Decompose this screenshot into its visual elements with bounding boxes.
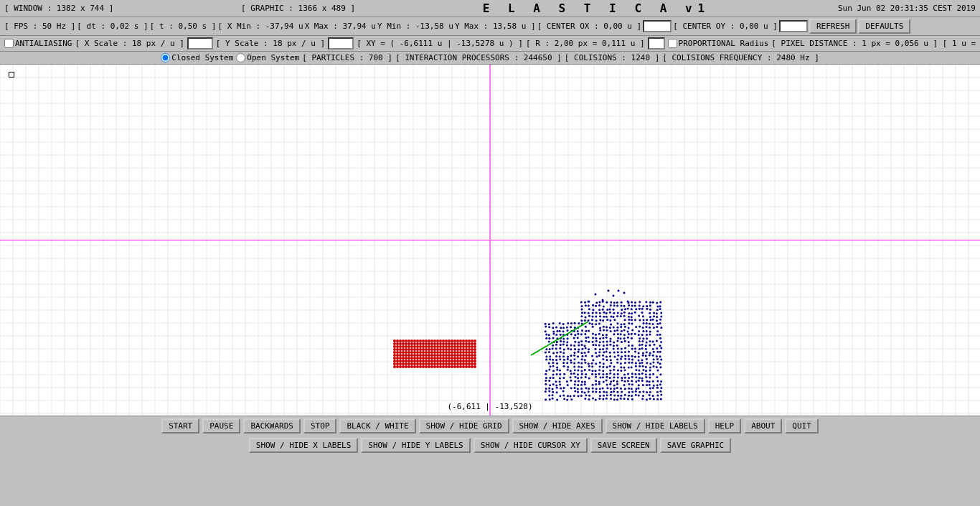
ymin-label: Y Min : -13,58 u (377, 22, 453, 31)
closed-system-radio[interactable] (161, 53, 170, 62)
show-hide-x-labels-button[interactable]: SHOW / HIDE X LABELS (249, 438, 358, 453)
save-graphic-button[interactable]: SAVE GRAPHIC (660, 438, 731, 453)
ymax-label: Y Max : 13,58 u ] (455, 22, 536, 31)
show-hide-labels-button[interactable]: SHOW / HIDE LABELS (606, 418, 705, 434)
xmax-label: X Max : 37,94 u (305, 22, 376, 31)
pixel-dist-label: [ PIXEL DISTANCE : 1 px = 0,056 u ] [ 1 … (771, 39, 980, 48)
t-label: [ t : 0,50 s ] (150, 22, 217, 31)
center-oy-input[interactable] (779, 20, 808, 32)
stats-bar: [ FPS : 50 Hz ] [ dt : 0,02 s ] [ t : 0,… (0, 17, 980, 36)
center-oy-label: [ CENTER OY : 0,00 u ] (673, 22, 778, 31)
backwards-button[interactable]: BACKWARDS (243, 418, 301, 434)
xscale-label: [ X Scale : 18 px / u ] (75, 39, 184, 48)
datetime: Sun Jun 02 20:31:35 CEST 2019 (838, 4, 976, 13)
yscale-input[interactable]: 40 (328, 37, 354, 50)
cursor-label: (-6,611 | -13,528) (447, 402, 532, 411)
open-system-label[interactable]: Open System (236, 53, 299, 62)
pause-button[interactable]: PAUSE (202, 418, 240, 434)
antialiasing-label[interactable]: ANTIALIASING (4, 39, 72, 48)
show-hide-cursor-xy-button[interactable]: SHOW / HIDE CURSOR XY (473, 438, 588, 453)
black-white-button[interactable]: BLACK / WHITE (339, 418, 415, 434)
dt-label: [ dt : 0,02 s ] (77, 22, 148, 31)
refresh-button[interactable]: REFRESH (809, 19, 857, 34)
xy-label: [ XY = ( -6,6111 u | -13,5278 u ) ] (357, 39, 523, 48)
r-label: [ R : 2,00 px = 0,111 u ] (526, 39, 645, 48)
top-bar: [ WINDOW : 1382 x 744 ] [ GRAPHIC : 1366… (0, 0, 980, 17)
scale-bar: ANTIALIASING [ X Scale : 18 px / u ] 40 … (0, 36, 980, 52)
xscale-input[interactable]: 40 (187, 37, 213, 50)
xmin-label: [ X Min : -37,94 u (217, 22, 303, 31)
defaults-button[interactable]: DEFAULTS (858, 19, 910, 34)
show-hide-grid-button[interactable]: SHOW / HIDE GRID (419, 418, 509, 434)
system-bar: Closed System Open System [ PARTICLES : … (0, 52, 980, 65)
collisions-freq-label: [ COLISIONS FREQUENCY : 2480 Hz ] (662, 53, 819, 62)
graphic-info: [ GRAPHIC : 1366 x 489 ] (241, 4, 355, 13)
app-title: E L A S T I C A v1 (483, 1, 710, 15)
bottom-bar-2: SHOW / HIDE X LABELS SHOW / HIDE Y LABEL… (0, 436, 980, 455)
show-hide-axes-button[interactable]: SHOW / HIDE AXES (512, 418, 603, 434)
antialiasing-checkbox[interactable] (4, 39, 14, 48)
particles-label: [ PARTICLES : 700 ] (302, 53, 392, 62)
r-input[interactable]: 2 (648, 37, 665, 50)
collisions-label: [ COLISIONS : 1240 ] (565, 53, 659, 62)
window-info: [ WINDOW : 1382 x 744 ] (4, 4, 113, 13)
closed-system-label[interactable]: Closed System (161, 53, 233, 62)
center-ox-input[interactable] (643, 20, 672, 32)
open-system-radio[interactable] (236, 53, 245, 62)
simulation-canvas[interactable] (0, 65, 980, 416)
corner-indicator (9, 72, 14, 78)
stop-button[interactable]: STOP (303, 418, 337, 434)
fps-label: [ FPS : 50 Hz ] (4, 22, 75, 31)
interaction-processors-label: [ INTERACTION PROCESSORS : 244650 ] (395, 53, 562, 62)
about-button[interactable]: ABOUT (744, 418, 782, 434)
yscale-label: [ Y Scale : 18 px / u ] (216, 39, 325, 48)
proportional-label[interactable]: PROPORTIONAL Radius (668, 39, 769, 48)
save-screen-button[interactable]: SAVE SCREEN (590, 438, 657, 453)
bottom-bar-1: START PAUSE BACKWARDS STOP BLACK / WHITE… (0, 416, 980, 436)
start-button[interactable]: START (161, 418, 199, 434)
help-button[interactable]: HELP (708, 418, 742, 434)
simulation-area: (-6,611 | -13,528) (0, 65, 980, 416)
proportional-checkbox[interactable] (668, 39, 677, 48)
center-ox-label: [ CENTER OX : 0,00 u ] (537, 22, 642, 31)
show-hide-y-labels-button[interactable]: SHOW / HIDE Y LABELS (361, 438, 470, 453)
quit-button[interactable]: QUIT (785, 418, 819, 434)
